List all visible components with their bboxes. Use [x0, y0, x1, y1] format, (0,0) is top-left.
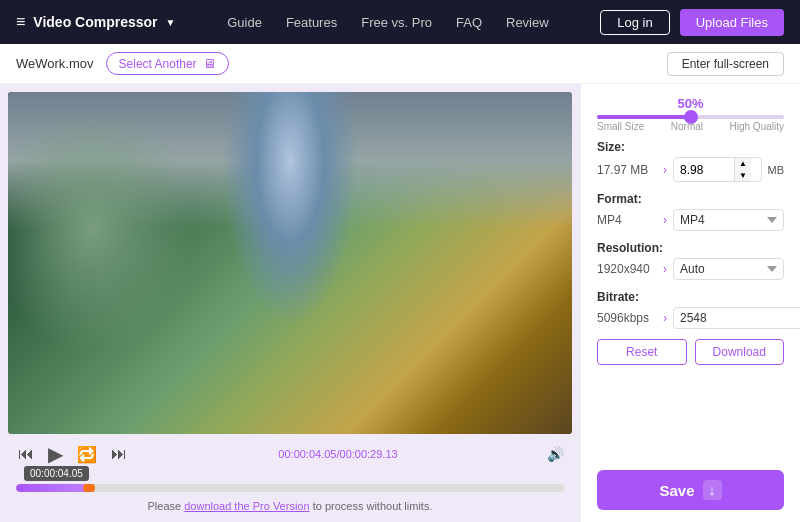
bitrate-arrow-icon: › — [663, 311, 667, 325]
size-label: Size: — [597, 140, 784, 154]
quality-section: 50% Small Size Normal High Quality — [597, 96, 784, 132]
pro-notice-suffix: to process without limits. — [310, 500, 433, 512]
video-controls: ⏮ ▶ 🔁 ⏭ 00:00:04.05/00:00:29.13 🔊 00:00:… — [8, 434, 572, 514]
bitrate-original: 5096kbps — [597, 311, 657, 325]
select-another-button[interactable]: Select Another 🖥 — [106, 52, 229, 75]
fullscreen-button[interactable]: Enter full-screen — [667, 52, 784, 76]
save-button[interactable]: Save ↓ — [597, 470, 784, 510]
resolution-label: Resolution: — [597, 241, 784, 255]
size-spinner: ▲ ▼ — [734, 158, 751, 181]
quality-slider-thumb[interactable] — [684, 110, 698, 124]
nav-review[interactable]: Review — [506, 15, 549, 30]
size-increment[interactable]: ▲ — [735, 158, 751, 170]
reset-button[interactable]: Reset — [597, 339, 687, 365]
current-time: 00:00:04.05 — [278, 448, 336, 460]
bitrate-input[interactable] — [673, 307, 800, 329]
toolbar-left: WeWork.mov Select Another 🖥 — [16, 52, 229, 75]
monitor-icon: 🖥 — [203, 56, 216, 71]
quality-slider-track — [597, 115, 784, 119]
main-content: ⏮ ▶ 🔁 ⏭ 00:00:04.05/00:00:29.13 🔊 00:00:… — [0, 84, 800, 522]
controls-row: ⏮ ▶ 🔁 ⏭ 00:00:04.05/00:00:29.13 🔊 — [16, 440, 564, 468]
quality-percent: 50% — [597, 96, 784, 111]
format-select[interactable]: MP4 MOV AVI MKV WebM — [673, 209, 784, 231]
nav-features[interactable]: Features — [286, 15, 337, 30]
download-button[interactable]: Download — [695, 339, 785, 365]
progress-bar[interactable] — [16, 484, 564, 492]
format-original: MP4 — [597, 213, 657, 227]
size-setting: Size: 17.97 MB › ▲ ▼ MB — [597, 140, 784, 182]
time-badge: 00:00:04.05 — [24, 466, 89, 481]
controls-left: ⏮ ▶ 🔁 ⏭ — [16, 440, 129, 468]
select-another-label: Select Another — [119, 57, 197, 71]
save-label: Save — [659, 482, 694, 499]
fast-forward-button[interactable]: ⏭ — [109, 443, 129, 465]
nav-guide[interactable]: Guide — [227, 15, 262, 30]
action-buttons: Reset Download — [597, 339, 784, 365]
brand: ≡ Video Compressor ▼ — [16, 13, 175, 31]
resolution-original: 1920x940 — [597, 262, 657, 276]
login-button[interactable]: Log in — [600, 10, 669, 35]
quality-slider-fill — [597, 115, 691, 119]
progress-thumb — [83, 484, 95, 492]
settings-panel: 50% Small Size Normal High Quality Size:… — [580, 84, 800, 522]
size-decrement[interactable]: ▼ — [735, 170, 751, 182]
play-button[interactable]: ▶ — [46, 440, 65, 468]
size-input[interactable] — [674, 160, 734, 180]
brand-dropdown-icon[interactable]: ▼ — [166, 17, 176, 28]
bitrate-setting: Bitrate: 5096kbps › kbps — [597, 290, 784, 329]
pro-notice: Please download the Pro Version to proce… — [16, 496, 564, 514]
progress-fill — [16, 484, 93, 492]
format-control: MP4 › MP4 MOV AVI MKV WebM — [597, 209, 784, 231]
resolution-setting: Resolution: 1920x940 › Auto 1920x1080 12… — [597, 241, 784, 280]
video-panel: ⏮ ▶ 🔁 ⏭ 00:00:04.05/00:00:29.13 🔊 00:00:… — [0, 84, 580, 522]
toolbar: WeWork.mov Select Another 🖥 Enter full-s… — [0, 44, 800, 84]
format-setting: Format: MP4 › MP4 MOV AVI MKV WebM — [597, 192, 784, 231]
progress-container: 00:00:04.05 — [16, 484, 564, 492]
time-display: 00:00:04.05/00:00:29.13 — [278, 448, 397, 460]
save-arrow-icon: ↓ — [703, 480, 722, 500]
resolution-arrow-icon: › — [663, 262, 667, 276]
bitrate-label: Bitrate: — [597, 290, 784, 304]
loop-button[interactable]: 🔁 — [75, 443, 99, 466]
bitrate-control: 5096kbps › kbps — [597, 307, 784, 329]
video-container — [8, 92, 572, 434]
save-section: Save ↓ — [597, 470, 784, 510]
pro-notice-text: Please — [148, 500, 185, 512]
volume-icon[interactable]: 🔊 — [547, 446, 564, 462]
resolution-select[interactable]: Auto 1920x1080 1280x720 854x480 640x360 — [673, 258, 784, 280]
rewind-button[interactable]: ⏮ — [16, 443, 36, 465]
size-input-wrapper: ▲ ▼ — [673, 157, 762, 182]
nav-free-vs-pro[interactable]: Free vs. Pro — [361, 15, 432, 30]
format-arrow-icon: › — [663, 213, 667, 227]
size-unit: MB — [768, 164, 785, 176]
hamburger-icon[interactable]: ≡ — [16, 13, 25, 31]
size-original: 17.97 MB — [597, 163, 657, 177]
nav-links: Guide Features Free vs. Pro FAQ Review — [199, 15, 576, 30]
label-small-size: Small Size — [597, 121, 644, 132]
file-name: WeWork.mov — [16, 56, 94, 71]
total-time: 00:00:29.13 — [340, 448, 398, 460]
label-high-quality: High Quality — [730, 121, 784, 132]
size-control: 17.97 MB › ▲ ▼ MB — [597, 157, 784, 182]
nav-actions: Log in Upload Files — [600, 9, 784, 36]
pro-link[interactable]: download the Pro Version — [184, 500, 309, 512]
navbar: ≡ Video Compressor ▼ Guide Features Free… — [0, 0, 800, 44]
resolution-control: 1920x940 › Auto 1920x1080 1280x720 854x4… — [597, 258, 784, 280]
brand-name: Video Compressor — [33, 14, 157, 30]
video-frame[interactable] — [8, 92, 572, 434]
size-arrow-icon: › — [663, 163, 667, 177]
format-label: Format: — [597, 192, 784, 206]
upload-button[interactable]: Upload Files — [680, 9, 784, 36]
nav-faq[interactable]: FAQ — [456, 15, 482, 30]
